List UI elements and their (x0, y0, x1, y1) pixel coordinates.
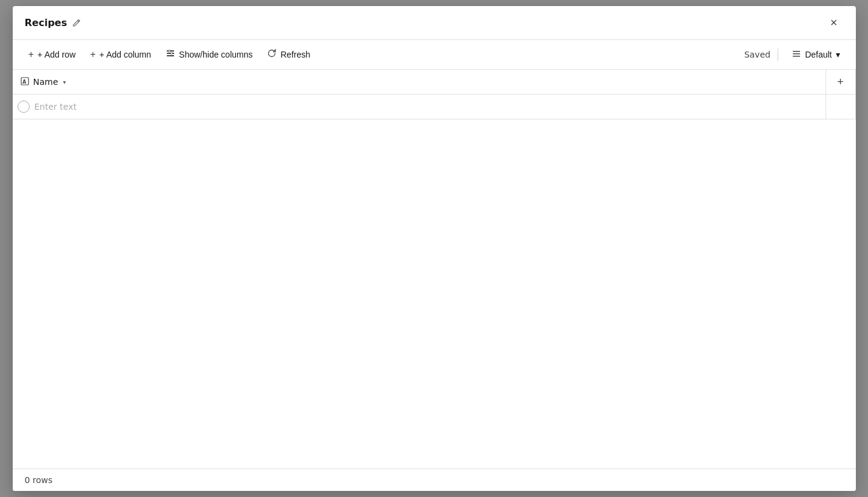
svg-rect-6 (793, 53, 800, 55)
row-cell-content (13, 95, 826, 119)
svg-rect-7 (793, 56, 800, 57)
add-column-header-button[interactable]: + (826, 70, 855, 94)
name-cell[interactable] (13, 95, 826, 119)
add-col-cell (826, 95, 855, 119)
add-row-label: + Add row (38, 50, 76, 59)
col-sort-icon: ▾ (63, 79, 66, 85)
default-view-label: Default (805, 50, 832, 59)
refresh-label: Refresh (280, 50, 310, 59)
modal-header: Recipes × (13, 6, 856, 40)
refresh-icon (267, 48, 277, 61)
col-type-icon: A (20, 76, 30, 88)
add-row-button[interactable]: + + Add row (22, 45, 82, 64)
svg-rect-5 (793, 51, 800, 52)
svg-rect-0 (167, 50, 174, 52)
close-button[interactable]: × (824, 13, 844, 33)
modal-footer: 0 rows (13, 469, 856, 491)
svg-rect-1 (167, 53, 174, 54)
show-hide-columns-button[interactable]: Show/hide columns (160, 45, 258, 64)
add-column-icon: + (90, 49, 96, 60)
add-column-label: + Add column (99, 50, 151, 59)
modal: Recipes × + + Add row + + Add column (13, 6, 856, 491)
name-column-header[interactable]: A Name ▾ (13, 70, 826, 95)
table-area: A Name ▾ + (13, 70, 856, 469)
row-checkbox[interactable] (18, 101, 30, 113)
saved-label: Saved (744, 50, 770, 59)
default-view-button[interactable]: Default ▾ (786, 45, 846, 64)
edit-icon[interactable] (72, 18, 81, 28)
view-icon (792, 49, 801, 61)
table-row (13, 95, 856, 119)
col-name-label: Name (33, 77, 58, 87)
refresh-button[interactable]: Refresh (261, 45, 316, 64)
modal-title: Recipes (25, 17, 67, 28)
add-row-icon: + (29, 49, 34, 60)
col-header-name: A Name ▾ (13, 70, 826, 94)
chevron-down-icon: ▾ (836, 50, 840, 59)
svg-rect-4 (171, 52, 172, 55)
add-column-button[interactable]: + + Add column (84, 45, 158, 64)
toolbar: + + Add row + + Add column Show/h (13, 40, 856, 70)
svg-rect-2 (167, 55, 174, 56)
show-hide-label: Show/hide columns (179, 50, 252, 59)
row-text-input[interactable] (35, 102, 821, 112)
show-hide-icon (166, 48, 175, 61)
modal-overlay: Recipes × + + Add row + + Add column (0, 0, 868, 497)
svg-text:A: A (22, 79, 27, 85)
toolbar-right: Saved Default ▾ (744, 45, 846, 64)
add-column-th: + (826, 70, 855, 95)
rows-count: 0 rows (25, 475, 53, 485)
toolbar-separator (778, 48, 778, 61)
svg-rect-3 (169, 50, 170, 52)
data-table: A Name ▾ + (13, 70, 856, 119)
